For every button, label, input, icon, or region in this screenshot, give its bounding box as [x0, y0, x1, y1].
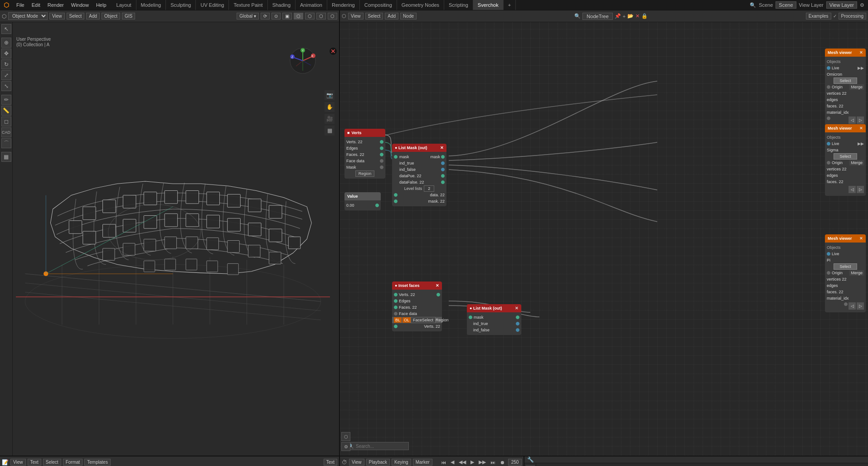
- inset-close[interactable]: ✕: [436, 283, 439, 288]
- node-processing-btn[interactable]: Processing: [839, 13, 866, 19]
- mv1-close[interactable]: ✕: [859, 50, 863, 55]
- node-list-mask-2[interactable]: ● List Mask (out) ✕ mask ind_true ind_fa…: [467, 304, 521, 335]
- play-end-btn[interactable]: ⏭: [489, 460, 497, 465]
- play-begin-btn[interactable]: ⏮: [440, 460, 447, 465]
- timeline-keying-btn[interactable]: Keying: [392, 459, 411, 466]
- tool-cursor[interactable]: ⊕: [1, 38, 11, 48]
- viewport-shading-wire[interactable]: ⬡: [294, 13, 303, 19]
- node-add-btn[interactable]: Add: [385, 13, 398, 19]
- tool-grid[interactable]: ▦: [1, 152, 11, 162]
- text-type-btn[interactable]: Text: [324, 459, 337, 466]
- tool-move[interactable]: ✥: [1, 49, 11, 58]
- node-select-btn[interactable]: Select: [365, 13, 383, 19]
- text-templates-btn[interactable]: Templates: [84, 459, 111, 466]
- mv1-merge[interactable]: Merge: [849, 84, 864, 90]
- stop-btn[interactable]: ⏺: [499, 460, 506, 465]
- timeline-view-btn[interactable]: View: [349, 459, 364, 466]
- menu-file[interactable]: File: [13, 0, 28, 10]
- viewport-overlay-btn[interactable]: ⊙: [272, 13, 281, 19]
- node-inset-faces[interactable]: ● Inset faces ✕ Verts. 22 Edges: [392, 282, 442, 331]
- tool-camera2[interactable]: 🎥: [325, 114, 335, 124]
- mv3-merge[interactable]: Merge: [849, 270, 864, 276]
- menu-render[interactable]: Render: [44, 0, 68, 10]
- node-open-icon[interactable]: 📂: [627, 13, 634, 19]
- tab-sverchok[interactable]: Sverchok: [473, 0, 504, 10]
- settings-icon[interactable]: ⚙: [860, 2, 864, 8]
- tool-measure[interactable]: 📏: [1, 106, 11, 116]
- node-mesh-viewer-1[interactable]: Mesh viewer ✕ Objects Live ▶▶ Omicron Se…: [825, 49, 866, 126]
- node-canvas[interactable]: ■ Verts Verts. 22 Edges Faces. 22: [340, 22, 868, 456]
- play-btn[interactable]: ▶: [469, 459, 475, 465]
- mv2-select-btn[interactable]: Select: [834, 153, 857, 160]
- viewport-shading-solid[interactable]: ⬡: [305, 13, 315, 19]
- tab-texture-paint[interactable]: Texture Paint: [229, 0, 267, 10]
- mv1-ctrl2[interactable]: ▷: [857, 116, 864, 124]
- node-pin-icon[interactable]: 📌: [615, 13, 621, 19]
- tab-compositing[interactable]: Compositing: [360, 0, 397, 10]
- play-rev-btn[interactable]: ◀◀: [457, 459, 467, 465]
- if-face-sel[interactable]: FaceSelect: [411, 317, 436, 323]
- viewport-global-btn[interactable]: Global ▾: [237, 13, 259, 19]
- tool-scale[interactable]: ⤢: [1, 70, 11, 80]
- tab-modeling[interactable]: Modeling: [136, 0, 166, 10]
- timeline-playback-btn[interactable]: Playback: [366, 459, 390, 466]
- viewport-shading-render[interactable]: ⬡: [328, 13, 337, 19]
- node-examples-btn[interactable]: Examples: [806, 13, 831, 19]
- viewport-gis-btn[interactable]: GIS: [122, 13, 135, 19]
- text-select-btn[interactable]: Select: [43, 459, 61, 466]
- viewport-object-btn[interactable]: Object: [102, 13, 120, 19]
- node-search-bar[interactable]: 🔍: [345, 442, 409, 450]
- viewport-mode-select[interactable]: Object Mode: [8, 12, 48, 20]
- play-fwd-btn[interactable]: ▶▶: [477, 459, 487, 465]
- tool-add-curve[interactable]: ⌒: [1, 138, 11, 148]
- mv3-close[interactable]: ✕: [859, 236, 863, 241]
- viewport-transform-btn[interactable]: ⟳: [261, 13, 270, 19]
- tool-rotate[interactable]: ↻: [1, 59, 11, 69]
- viewport-fullscreen-exit[interactable]: ✕: [330, 48, 337, 55]
- node-tree-search[interactable]: 🔍: [574, 13, 581, 19]
- viewport-canvas[interactable]: ↖ ⊕ ✥ ↻ ⤢ ⤡ ✏ 📏 ◻ CAD ⌒ ▦: [0, 22, 339, 456]
- tool-hand[interactable]: ✋: [325, 102, 335, 112]
- scene-value[interactable]: Scene: [776, 1, 796, 9]
- tool-transform[interactable]: ⤡: [1, 81, 11, 91]
- node-fake-user-icon[interactable]: 🔒: [641, 13, 648, 19]
- search-icon[interactable]: 🔍: [750, 2, 756, 8]
- level-value[interactable]: 2: [424, 185, 434, 192]
- node-mesh-viewer-2[interactable]: Mesh viewer ✕ Objects Live ▶▶ Sigma Sele…: [825, 124, 866, 196]
- node-close-btn1[interactable]: ✕: [440, 146, 444, 150]
- tab-sculpting[interactable]: Sculpting: [166, 0, 196, 10]
- tab-uv-editing[interactable]: UV Editing: [196, 0, 229, 10]
- text-format-btn[interactable]: Format: [63, 459, 83, 466]
- node-value-2[interactable]: 0.00: [344, 200, 381, 210]
- node-mesh-viewer-3[interactable]: Mesh viewer ✕ Objects Live Pi Select: [825, 234, 866, 312]
- play-back-btn[interactable]: ◀: [449, 459, 456, 465]
- tab-add[interactable]: +: [504, 0, 516, 10]
- view-layer-value[interactable]: View Layer: [826, 1, 857, 9]
- tab-layout[interactable]: Layout: [112, 0, 136, 10]
- node-list-mask-1[interactable]: ● List Mask (out) ✕ mask mask ind_true: [392, 144, 446, 206]
- menu-edit[interactable]: Edit: [28, 0, 44, 10]
- mv2-ctrl2[interactable]: ▷: [857, 186, 864, 193]
- node-node-btn[interactable]: Node: [400, 13, 417, 19]
- text-view-btn[interactable]: View: [10, 459, 26, 466]
- mv2-merge[interactable]: Merge: [849, 160, 864, 165]
- node-close-icon[interactable]: ✕: [635, 13, 640, 19]
- viewport-gizmo[interactable]: X Y Z: [289, 47, 316, 74]
- mv2-ctrl1[interactable]: ◁: [849, 186, 856, 193]
- region-btn[interactable]: Region: [355, 170, 375, 177]
- node-verts-faces[interactable]: ■ Verts Verts. 22 Edges Faces. 22: [344, 129, 385, 179]
- node-search-input[interactable]: [356, 444, 407, 449]
- menu-help[interactable]: Help: [92, 0, 110, 10]
- lm2-close[interactable]: ✕: [515, 306, 519, 311]
- node-tool-2[interactable]: ⚙: [341, 442, 350, 451]
- viewport-add-btn[interactable]: Add: [86, 13, 100, 19]
- mv3-select-btn[interactable]: Select: [834, 263, 857, 270]
- tool-annotate[interactable]: ✏: [1, 95, 11, 105]
- if-ol[interactable]: OL: [402, 317, 411, 323]
- viewport-shading-mat[interactable]: ⬡: [316, 13, 326, 19]
- node-tool-1[interactable]: ⬡: [341, 432, 350, 441]
- mv2-close[interactable]: ✕: [859, 126, 863, 131]
- viewport-select-btn[interactable]: Select: [67, 13, 85, 19]
- tab-scripting[interactable]: Scripting: [444, 0, 473, 10]
- cad-icon[interactable]: CAD: [1, 127, 11, 137]
